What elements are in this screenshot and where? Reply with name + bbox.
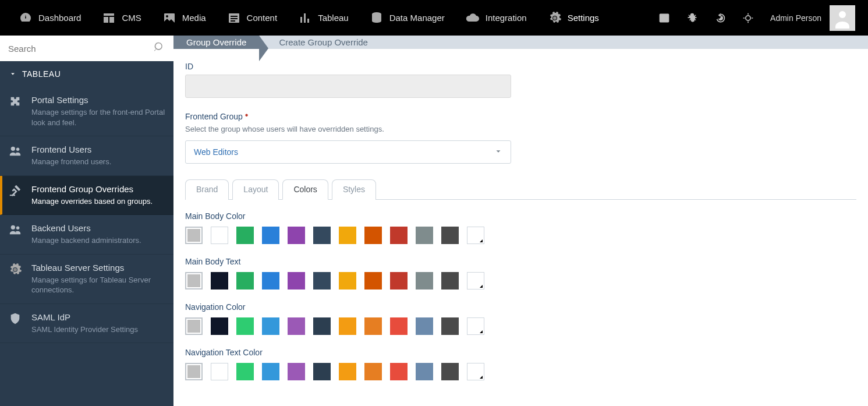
color-swatch[interactable]: [288, 363, 305, 380]
sidebar-item-title: Frontend Group Overrides: [31, 184, 166, 194]
color-swatch[interactable]: [262, 363, 279, 380]
color-swatch[interactable]: [441, 272, 459, 290]
breadcrumb-root[interactable]: Group Override: [173, 36, 259, 49]
topnav-item-dashboard[interactable]: Dashboard: [8, 0, 91, 36]
sidebar-item-title: SAML IdP: [31, 312, 166, 322]
color-swatch[interactable]: [211, 227, 228, 244]
color-swatch[interactable]: [236, 227, 254, 244]
target-icon[interactable]: [742, 12, 754, 24]
color-section-label: Navigation Text Color: [185, 348, 856, 357]
gear-icon: [7, 263, 23, 295]
sidebar-item-saml-idp[interactable]: SAML IdPSAML Identity Provider Settings: [0, 304, 173, 344]
color-swatch[interactable]: [364, 272, 382, 290]
color-swatch-custom[interactable]: [467, 363, 484, 380]
id-field: [185, 75, 511, 98]
color-swatch[interactable]: [416, 363, 433, 380]
tab-colors[interactable]: Colors: [282, 179, 328, 200]
color-swatch[interactable]: [288, 317, 305, 335]
topnav-item-integration[interactable]: Integration: [455, 0, 537, 36]
color-swatch[interactable]: [262, 272, 279, 290]
shield-icon: [7, 312, 23, 335]
color-swatch[interactable]: [313, 227, 331, 244]
color-swatch[interactable]: [236, 272, 254, 290]
color-swatch[interactable]: [211, 363, 228, 380]
color-swatch[interactable]: [313, 363, 331, 380]
color-swatch[interactable]: [339, 272, 356, 290]
tab-brand[interactable]: Brand: [185, 179, 229, 200]
chevron-down-icon: [494, 147, 502, 157]
color-swatch[interactable]: [441, 363, 459, 380]
svg-point-13: [553, 16, 557, 20]
color-swatch[interactable]: [236, 317, 254, 335]
users-icon: [7, 223, 23, 246]
color-swatch[interactable]: [390, 363, 408, 380]
database-icon: [370, 11, 384, 25]
color-swatch-selected[interactable]: [185, 227, 203, 244]
tab-layout[interactable]: Layout: [232, 179, 279, 200]
color-swatch[interactable]: [390, 272, 408, 290]
topnav-item-tableau[interactable]: Tableau: [288, 0, 359, 36]
topnav-label: Integration: [486, 13, 527, 23]
color-swatch[interactable]: [288, 227, 305, 244]
color-swatch-custom[interactable]: [467, 227, 484, 244]
topnav-item-cms[interactable]: CMS: [91, 0, 151, 36]
breadcrumb-current: Create Group Override: [259, 36, 381, 49]
bug-icon[interactable]: [686, 12, 698, 24]
svg-rect-11: [307, 19, 309, 23]
color-section-main-body-text: Main Body Text: [185, 257, 856, 290]
breadcrumb: Group Override Create Group Override: [173, 36, 868, 49]
color-swatch[interactable]: [390, 227, 408, 244]
sidebar-item-frontend-users[interactable]: Frontend UsersManage frontend users.: [0, 136, 173, 176]
topnav-item-media[interactable]: Media: [152, 0, 217, 36]
color-swatch[interactable]: [441, 227, 459, 244]
sidebar-search[interactable]: [0, 36, 173, 61]
sidebar-item-frontend-group-overrides[interactable]: Frontend Group OverridesManage overrides…: [0, 176, 173, 216]
color-swatch[interactable]: [339, 227, 356, 244]
color-swatch[interactable]: [339, 317, 356, 335]
color-swatch[interactable]: [211, 272, 228, 290]
color-swatch[interactable]: [236, 363, 254, 380]
color-swatch[interactable]: [262, 227, 279, 244]
color-swatch-custom[interactable]: [467, 317, 484, 335]
svg-point-14: [746, 15, 750, 20]
color-swatch-custom[interactable]: [467, 272, 484, 290]
sidebar-item-portal-settings[interactable]: Portal SettingsManage settings for the f…: [0, 87, 173, 136]
user-menu[interactable]: Admin Person: [770, 5, 855, 31]
topnav-item-settings[interactable]: Settings: [537, 0, 610, 36]
color-swatch[interactable]: [364, 317, 382, 335]
color-section-navigation-color: Navigation Color: [185, 302, 856, 335]
puzzle-icon: [7, 95, 23, 128]
topnav-item-data-manager[interactable]: Data Manager: [359, 0, 455, 36]
color-swatch[interactable]: [313, 317, 331, 335]
color-swatch[interactable]: [364, 363, 382, 380]
color-swatch[interactable]: [364, 227, 382, 244]
book-icon[interactable]: [658, 12, 670, 24]
frontend-group-select[interactable]: Web Editors: [185, 140, 511, 164]
color-swatch-selected[interactable]: [185, 363, 203, 380]
topnav-item-content[interactable]: Content: [217, 0, 288, 36]
color-palette: [185, 227, 856, 244]
svg-rect-6: [231, 16, 238, 17]
color-swatch[interactable]: [211, 317, 228, 335]
color-swatch[interactable]: [416, 227, 433, 244]
svg-rect-7: [231, 18, 238, 19]
search-input[interactable]: [8, 44, 154, 54]
sidebar-item-desc: Manage backend administrators.: [31, 235, 166, 246]
topnav-label: Content: [247, 13, 278, 23]
tab-styles[interactable]: Styles: [332, 179, 376, 200]
color-swatch[interactable]: [441, 317, 459, 335]
color-swatch[interactable]: [416, 272, 433, 290]
sidebar-section-header[interactable]: TABLEAU: [0, 61, 173, 87]
history-icon[interactable]: [714, 12, 726, 24]
color-swatch[interactable]: [288, 272, 305, 290]
sidebar-item-tableau-server-settings[interactable]: Tableau Server SettingsManage settings f…: [0, 255, 173, 304]
avatar-icon: [830, 5, 855, 31]
color-swatch[interactable]: [313, 272, 331, 290]
color-swatch[interactable]: [262, 317, 279, 335]
color-swatch[interactable]: [339, 363, 356, 380]
color-swatch[interactable]: [390, 317, 408, 335]
color-swatch-selected[interactable]: [185, 272, 203, 290]
color-swatch-selected[interactable]: [185, 317, 203, 335]
sidebar-item-backend-users[interactable]: Backend UsersManage backend administrato…: [0, 215, 173, 255]
color-swatch[interactable]: [416, 317, 433, 335]
